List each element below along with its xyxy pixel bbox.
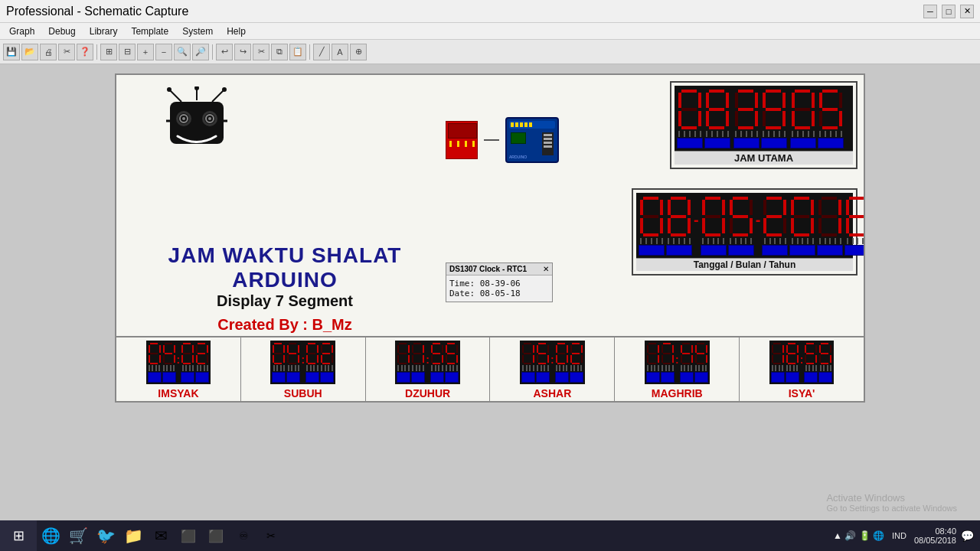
- seg-digit: [305, 342, 319, 365]
- taskbar-app1[interactable]: ⬛: [175, 522, 202, 549]
- seg-digit-wrapper: [305, 342, 319, 383]
- seg-base: [195, 372, 209, 383]
- toolbar-btn-6[interactable]: ⊞: [100, 44, 117, 60]
- toolbar-btn-8[interactable]: +: [137, 44, 154, 60]
- seg-base: [733, 138, 760, 148]
- rtc-close-icon[interactable]: ✕: [543, 265, 549, 273]
- seg-pins: [148, 365, 162, 371]
- jam-utama-display: [675, 86, 853, 151]
- seg-pins: [305, 365, 319, 371]
- seg-digit: [704, 88, 730, 131]
- seg-digit-wrapper: [646, 342, 660, 383]
- toolbar-btn-wire[interactable]: ╱: [313, 44, 330, 60]
- seg-digit-wrapper: [445, 342, 459, 383]
- menu-debug[interactable]: Debug: [42, 24, 81, 38]
- toolbar: 💾 📂 🖨 ✂ ❓ ⊞ ⊟ + − 🔍 🔎 ↩ ↪ ✂ ⧉ 📋 ╱ A ⊕: [0, 40, 980, 64]
- seg-pins: [639, 238, 665, 244]
- toolbar-btn-3[interactable]: 🖨: [40, 44, 57, 60]
- seg-digit-wrapper: [786, 342, 799, 383]
- menu-template[interactable]: Template: [125, 24, 175, 38]
- taskbar-store[interactable]: 🛒: [64, 522, 92, 549]
- close-button[interactable]: ✕: [960, 5, 974, 18]
- menu-library[interactable]: Library: [83, 24, 124, 38]
- taskbar-clock: 08:40 08/05/2018: [914, 527, 956, 545]
- jam-utama-label: JAM UTAMA: [675, 151, 853, 165]
- prayer-digits: :: [769, 341, 835, 384]
- taskbar-files[interactable]: 📁: [119, 522, 147, 549]
- taskbar-mail[interactable]: ✉: [147, 522, 175, 549]
- seg-pins: [521, 365, 535, 371]
- svg-line-0: [170, 90, 181, 102]
- seg-base: [570, 372, 583, 383]
- tanggal-display: --: [636, 193, 853, 258]
- seg-digit-wrapper: [666, 195, 692, 256]
- seg-digit: [680, 342, 694, 365]
- prayer-row: :IMSYAK:SUBUH:DZUHUR:ASHAR:MAGHRIB:ISYA': [116, 336, 864, 401]
- toolbar-btn-comp[interactable]: ⊕: [350, 44, 367, 60]
- toolbar-btn-paste[interactable]: 📋: [289, 44, 306, 60]
- seg-digit: [790, 88, 816, 131]
- toolbar-btn-redo[interactable]: ↪: [234, 44, 251, 60]
- menu-graph[interactable]: Graph: [3, 24, 41, 38]
- seg-base: [639, 245, 665, 256]
- clock-date: 08/05/2018: [914, 536, 956, 545]
- seg-base: [817, 245, 843, 256]
- seg-dash: -: [756, 195, 761, 256]
- seg-digit: [728, 195, 754, 238]
- seg-pins: [646, 365, 660, 371]
- taskbar-twitter[interactable]: 🐦: [92, 522, 119, 549]
- seg-base: [790, 138, 816, 148]
- seg-digit: [818, 88, 844, 131]
- toolbar-btn-11[interactable]: 🔎: [192, 44, 209, 60]
- svg-point-1: [167, 87, 172, 92]
- menu-system[interactable]: System: [176, 24, 219, 38]
- menu-bar: Graph Debug Library Template System Help: [0, 23, 980, 40]
- toolbar-btn-4[interactable]: ✂: [58, 44, 75, 60]
- seg-digit-wrapper: [397, 342, 410, 383]
- seg-digit: [445, 342, 459, 365]
- prayer-section-maghrib: :MAGHRIB: [615, 337, 740, 401]
- seg-colon-prayer: :: [426, 342, 430, 383]
- notifications-icon[interactable]: 💬: [961, 530, 974, 542]
- rtc-module: [446, 121, 478, 159]
- seg-pins: [804, 365, 818, 371]
- seg-digit-wrapper: [272, 342, 286, 383]
- seg-digit: [677, 88, 703, 131]
- prayer-digits: :: [395, 341, 460, 384]
- minimize-button[interactable]: ─: [923, 5, 937, 18]
- seg-digit-wrapper: [804, 342, 818, 383]
- seg-digit: [162, 342, 176, 365]
- creator-text: Created By : B_Mz: [132, 316, 438, 334]
- start-button[interactable]: ⊞: [0, 520, 37, 551]
- taskbar-app4[interactable]: ✂: [257, 522, 285, 549]
- seg-digit-wrapper: [555, 342, 569, 383]
- jam-utama-section: JAM UTAMA: [670, 81, 858, 169]
- title-bar: Professional - Schematic Capture ─ □ ✕: [0, 0, 980, 23]
- tanggal-label: Tanggal / Bulan / Tahun: [636, 258, 853, 271]
- seg-pins: [762, 238, 788, 244]
- seg-base: [445, 372, 459, 383]
- maximize-button[interactable]: □: [942, 5, 956, 18]
- taskbar-chrome[interactable]: 🌐: [37, 522, 64, 549]
- toolbar-btn-9[interactable]: −: [155, 44, 172, 60]
- toolbar-btn-label[interactable]: A: [332, 44, 348, 60]
- taskbar-app3[interactable]: ♾: [230, 522, 257, 549]
- rtc-date-value: 08-05-18: [480, 289, 521, 298]
- toolbar-btn-undo[interactable]: ↩: [216, 44, 233, 60]
- seg-digit: [818, 342, 832, 365]
- seg-base: [286, 372, 300, 383]
- toolbar-btn-cut[interactable]: ✂: [253, 44, 270, 60]
- toolbar-btn-10[interactable]: 🔍: [174, 44, 191, 60]
- seg-digit-wrapper: [661, 342, 675, 383]
- tanggal-section: -- Tanggal / Bulan / Tahun: [632, 188, 858, 276]
- toolbar-btn-7[interactable]: ⊟: [119, 44, 136, 60]
- toolbar-btn-5[interactable]: ❓: [77, 44, 93, 60]
- toolbar-btn-1[interactable]: 💾: [3, 44, 20, 60]
- toolbar-btn-copy[interactable]: ⧉: [271, 44, 288, 60]
- window-controls[interactable]: ─ □ ✕: [923, 5, 974, 18]
- toolbar-btn-2[interactable]: 📂: [21, 44, 38, 60]
- taskbar-app2[interactable]: ⬛: [202, 522, 230, 549]
- seg-digit-wrapper: [286, 342, 300, 383]
- seg-pins: [181, 365, 194, 371]
- menu-help[interactable]: Help: [220, 24, 252, 38]
